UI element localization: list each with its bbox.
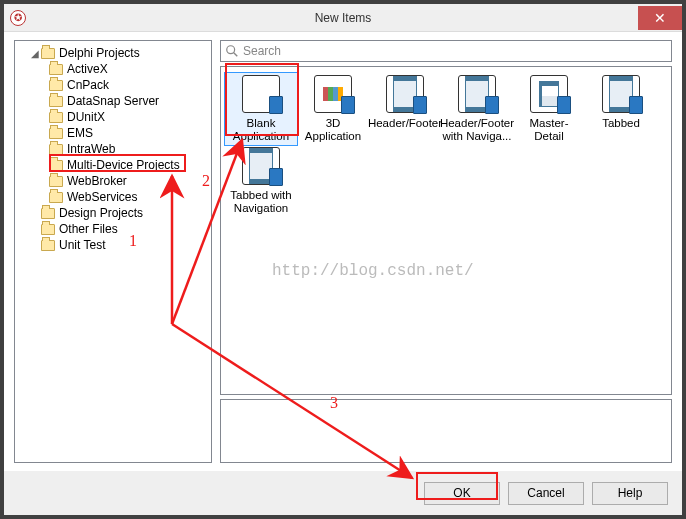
button-bar: OK Cancel Help bbox=[4, 471, 682, 515]
detail-pane bbox=[220, 399, 672, 463]
gallery-item[interactable]: Header/Footer bbox=[369, 73, 441, 145]
folder-icon bbox=[49, 112, 63, 123]
gallery-item-blank-application[interactable]: Blank Application bbox=[225, 73, 297, 145]
gallery-item[interactable]: Tabbed with Navigation bbox=[225, 145, 297, 217]
svg-point-0 bbox=[227, 46, 235, 54]
folder-icon bbox=[41, 48, 55, 59]
folder-icon bbox=[49, 80, 63, 91]
template-icon bbox=[242, 147, 280, 185]
tree-item[interactable]: Design Projects bbox=[15, 205, 211, 221]
search-input[interactable]: Search bbox=[220, 40, 672, 62]
cancel-button[interactable]: Cancel bbox=[508, 482, 584, 505]
template-icon bbox=[242, 75, 280, 113]
tree-item[interactable]: CnPack bbox=[15, 77, 211, 93]
chevron-down-icon[interactable]: ◢ bbox=[29, 48, 41, 59]
titlebar: ✪ New Items ✕ bbox=[4, 4, 682, 32]
help-button[interactable]: Help bbox=[592, 482, 668, 505]
tree-item-root[interactable]: ◢ Delphi Projects bbox=[15, 45, 211, 61]
gallery-item[interactable]: 3D Application bbox=[297, 73, 369, 145]
folder-icon bbox=[49, 160, 63, 171]
template-icon bbox=[386, 75, 424, 113]
folder-icon bbox=[41, 208, 55, 219]
tree-item[interactable]: Unit Test bbox=[15, 237, 211, 253]
template-icon bbox=[458, 75, 496, 113]
gallery-item[interactable]: Header/Footer with Naviga... bbox=[441, 73, 513, 145]
search-placeholder: Search bbox=[243, 44, 281, 58]
search-icon bbox=[225, 44, 239, 58]
app-icon: ✪ bbox=[10, 10, 26, 26]
new-items-dialog: ✪ New Items ✕ ◢ Delphi Projects ActiveX … bbox=[4, 4, 682, 515]
template-icon bbox=[530, 75, 568, 113]
svg-line-1 bbox=[234, 53, 238, 57]
ok-button[interactable]: OK bbox=[424, 482, 500, 505]
folder-icon bbox=[49, 128, 63, 139]
gallery-item[interactable]: Tabbed bbox=[585, 73, 657, 145]
tree-item[interactable]: DataSnap Server bbox=[15, 93, 211, 109]
folder-icon bbox=[49, 64, 63, 75]
window-title: New Items bbox=[4, 11, 682, 25]
tree-item[interactable]: WebServices bbox=[15, 189, 211, 205]
folder-icon bbox=[49, 144, 63, 155]
tree-item[interactable]: WebBroker bbox=[15, 173, 211, 189]
tree-item[interactable]: IntraWeb bbox=[15, 141, 211, 157]
folder-icon bbox=[41, 240, 55, 251]
close-button[interactable]: ✕ bbox=[638, 6, 682, 30]
folder-icon bbox=[49, 96, 63, 107]
template-icon bbox=[602, 75, 640, 113]
folder-icon bbox=[49, 192, 63, 203]
template-icon bbox=[314, 75, 352, 113]
folder-icon bbox=[49, 176, 63, 187]
tree-item[interactable]: ActiveX bbox=[15, 61, 211, 77]
tree-item-multidevice[interactable]: Multi-Device Projects bbox=[15, 157, 211, 173]
tree-item[interactable]: Other Files bbox=[15, 221, 211, 237]
tree-item[interactable]: DUnitX bbox=[15, 109, 211, 125]
folder-icon bbox=[41, 224, 55, 235]
tree-item[interactable]: EMS bbox=[15, 125, 211, 141]
gallery-item[interactable]: Master-Detail bbox=[513, 73, 585, 145]
template-gallery[interactable]: Blank Application 3D Application Header/… bbox=[220, 66, 672, 395]
category-tree[interactable]: ◢ Delphi Projects ActiveX CnPack DataSna… bbox=[14, 40, 212, 463]
